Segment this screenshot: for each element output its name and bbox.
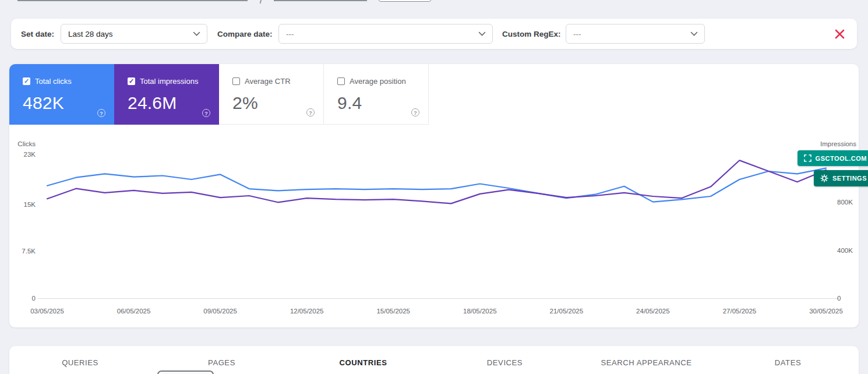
settings-button[interactable]: SETTINGS	[814, 170, 868, 186]
tab-pages[interactable]: PAGES	[151, 346, 292, 374]
average-position-checkbox[interactable]	[337, 77, 345, 85]
y-axis-tick-left: 23K	[9, 150, 36, 159]
line-chart	[38, 149, 839, 301]
custom-regex-label: Custom RegEx:	[502, 30, 561, 38]
x-axis-tick: 24/05/2025	[621, 308, 685, 315]
series-line-clicks	[47, 168, 826, 202]
dimension-tabs: QUERIES PAGES COUNTRIES DEVICES SEARCH A…	[9, 346, 859, 374]
set-date-value: Last 28 days	[68, 30, 113, 38]
partial-control[interactable]	[157, 371, 214, 374]
metric-value: 2%	[232, 93, 258, 113]
compare-date-label: Compare date:	[217, 30, 273, 38]
x-axis-tick: 03/05/2025	[15, 308, 79, 315]
metric-value: 24.6M	[128, 93, 177, 113]
filter-bar: Set date: Last 28 days Compare date: ---…	[11, 19, 857, 49]
y-axis-tick-right: 400K	[837, 246, 868, 255]
x-axis-tick: 06/05/2025	[102, 308, 166, 315]
left-axis-title: Clicks	[9, 140, 36, 147]
custom-regex-value: ---	[573, 30, 581, 38]
partial-input-underline[interactable]	[274, 0, 367, 1]
custom-regex-select[interactable]: ---	[566, 24, 705, 44]
compare-date-select[interactable]: ---	[278, 24, 493, 44]
x-axis-tick: 21/05/2025	[534, 308, 598, 315]
set-date-select[interactable]: Last 28 days	[61, 24, 207, 44]
average-ctr-checkbox[interactable]	[232, 77, 240, 85]
metric-label: Total clicks	[35, 77, 72, 86]
expand-icon	[804, 154, 811, 162]
metric-card-total-clicks[interactable]: ✓ Total clicks 482K ?	[9, 64, 114, 125]
tab-countries[interactable]: COUNTRIES	[292, 346, 434, 374]
metric-value: 9.4	[337, 93, 362, 113]
gear-icon	[820, 174, 828, 182]
y-axis-tick-right: 800K	[837, 197, 868, 207]
tab-queries[interactable]: QUERIES	[9, 346, 151, 374]
x-axis-tick: 15/05/2025	[361, 308, 425, 315]
total-clicks-checkbox[interactable]: ✓	[23, 77, 30, 85]
x-axis-tick: 12/05/2025	[275, 308, 339, 315]
partial-button[interactable]	[378, 0, 432, 2]
x-axis-tick: 18/05/2025	[448, 308, 512, 315]
chevron-down-icon	[193, 31, 200, 36]
total-impressions-checkbox[interactable]: ✓	[128, 77, 135, 85]
metric-value: 482K	[23, 93, 64, 113]
metric-card-total-impressions[interactable]: ✓ Total impressions 24.6M ?	[114, 64, 219, 125]
help-icon[interactable]: ?	[306, 108, 315, 117]
performance-dashboard: / Set date: Last 28 days Compare date: -…	[0, 0, 868, 374]
metric-card-average-ctr[interactable]: Average CTR 2% ?	[219, 64, 324, 125]
close-icon[interactable]	[830, 24, 849, 43]
chevron-down-icon	[690, 31, 698, 36]
help-icon[interactable]: ?	[411, 108, 419, 117]
x-axis-tick: 27/05/2025	[707, 308, 771, 315]
compare-date-value: ---	[286, 30, 294, 38]
y-axis-tick-right: 0	[837, 294, 868, 303]
date-range-separator: /	[260, 0, 262, 5]
tab-search-appearance[interactable]: SEARCH APPEARANCE	[576, 346, 717, 374]
metric-label: Average position	[350, 77, 406, 86]
y-axis-tick-left: 0	[9, 294, 36, 303]
help-icon[interactable]: ?	[202, 109, 210, 117]
tab-dates[interactable]: DATES	[717, 346, 859, 374]
settings-button-label: SETTINGS	[832, 175, 867, 182]
y-axis-tick-left: 15K	[9, 200, 36, 209]
metric-card-average-position[interactable]: Average position 9.4 ?	[324, 64, 429, 125]
partial-input-underline[interactable]	[17, 0, 248, 1]
y-axis-tick-left: 7.5K	[9, 246, 36, 256]
chevron-down-icon	[478, 31, 486, 36]
set-date-label: Set date:	[21, 30, 54, 38]
site-button-label: GSCTOOL.COM	[816, 155, 867, 162]
x-axis-tick: 09/05/2025	[188, 308, 252, 315]
performance-chart-card: ✓ Total clicks 482K ? ✓ Total impression…	[9, 64, 859, 327]
metric-label: Total impressions	[140, 77, 198, 86]
x-axis-tick: 30/05/2025	[794, 308, 858, 315]
metric-label: Average CTR	[245, 77, 291, 86]
help-icon[interactable]: ?	[97, 109, 105, 117]
tab-devices[interactable]: DEVICES	[434, 346, 576, 374]
right-axis-title: Impressions	[820, 140, 861, 147]
site-button[interactable]: GSCTOOL.COM	[798, 150, 868, 166]
